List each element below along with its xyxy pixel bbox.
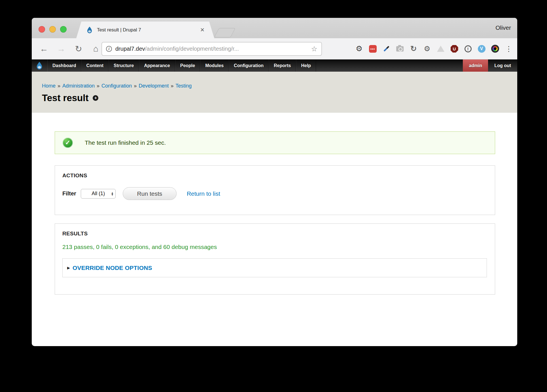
return-to-list-link[interactable]: Return to list [187, 190, 220, 197]
minimize-window-button[interactable] [49, 26, 56, 33]
results-panel: RESULTS 213 passes, 0 fails, 0 exception… [55, 223, 495, 295]
status-message: ✓ The test run finished in 25 sec. [55, 131, 495, 154]
browser-window: Test result | Drupal 7 ✕ Oliver ← → ↻ ⌂ … [32, 18, 517, 346]
browser-toolbar: ← → ↻ ⌂ i drupal7.dev/admin/config/devel… [32, 38, 517, 59]
page-content: ✓ The test run finished in 25 sec. ACTIO… [32, 113, 517, 295]
eyedropper-icon[interactable] [382, 45, 390, 53]
url-host: drupal7.dev [115, 46, 145, 52]
success-check-icon: ✓ [63, 138, 73, 148]
exclamation-circle-icon[interactable]: ! [464, 45, 472, 53]
bookmark-star-icon[interactable]: ☆ [311, 45, 317, 53]
select-arrow-down: ▾ [111, 194, 113, 196]
eyedropper-shape [383, 46, 389, 52]
page-header: Home»Administration»Configuration»Develo… [32, 72, 517, 113]
toolbar-spacer [316, 59, 463, 72]
toolbar-item-modules[interactable]: Modules [200, 59, 229, 72]
breadcrumb-separator: » [97, 83, 99, 89]
drupal-admin-toolbar: Dashboard Content Structure Appearance P… [32, 59, 517, 72]
nav-buttons: ← → ↻ ⌂ [39, 38, 101, 59]
lens-shape [491, 45, 499, 53]
url-path: /admin/config/development/testing/r... [145, 46, 239, 52]
filter-label: Filter [62, 190, 76, 197]
results-heading: RESULTS [62, 231, 487, 237]
run-tests-button[interactable]: Run tests [123, 187, 177, 200]
close-window-button[interactable] [39, 26, 45, 33]
breadcrumb-home[interactable]: Home [42, 83, 56, 89]
select-arrows-icon: ▴▾ [111, 192, 113, 196]
lens-icon[interactable] [491, 45, 499, 53]
ublock-letter: U [451, 45, 458, 53]
reload-icon[interactable]: ↻ [74, 44, 83, 54]
lastpass-dots: ••• [369, 45, 377, 53]
filter-select[interactable]: All (1) ▴▾ [81, 189, 116, 199]
breadcrumb-separator: » [134, 83, 137, 89]
tab-strip: Test result | Drupal 7 ✕ Oliver [32, 18, 517, 38]
tab-title: Test result | Drupal 7 [97, 27, 200, 33]
breadcrumb-configuration[interactable]: Configuration [101, 83, 132, 89]
home-icon[interactable]: ⌂ [91, 44, 101, 54]
breadcrumb-administration[interactable]: Administration [62, 83, 95, 89]
page-title: Test result [42, 93, 88, 103]
actions-panel: ACTIONS Filter All (1) ▴▾ Run tests Retu… [55, 165, 495, 215]
address-bar[interactable]: i drupal7.dev/admin/config/development/t… [101, 42, 322, 56]
toolbar-item-help[interactable]: Help [296, 59, 316, 72]
drupal-favicon-icon [86, 26, 93, 34]
zoom-window-button[interactable] [60, 26, 67, 33]
forward-icon: → [56, 44, 66, 54]
toolbar-item-structure[interactable]: Structure [109, 59, 139, 72]
ublock-icon[interactable]: U [450, 45, 458, 53]
back-icon[interactable]: ← [39, 44, 49, 54]
toolbar-item-dashboard[interactable]: Dashboard [47, 59, 81, 72]
filter-select-value: All (1) [85, 191, 111, 197]
traffic-lights [39, 26, 67, 33]
breadcrumb-separator: » [58, 83, 60, 89]
breadcrumb-development[interactable]: Development [139, 83, 169, 89]
override-node-options-link[interactable]: OVERRIDE NODE OPTIONS [73, 265, 152, 271]
settings-gear-icon[interactable]: ⚙ [355, 45, 363, 53]
tab-test-result[interactable]: Test result | Drupal 7 ✕ [76, 22, 214, 38]
new-tab-button[interactable] [214, 28, 236, 37]
status-message-text: The test run finished in 25 sec. [85, 139, 166, 146]
toolbar-item-appearance[interactable]: Appearance [139, 59, 175, 72]
camera-icon[interactable] [396, 45, 404, 53]
breadcrumb-testing[interactable]: Testing [175, 83, 192, 89]
add-shortcut-icon[interactable]: + [93, 95, 98, 101]
refresh-extension-icon[interactable]: ↻ [410, 45, 417, 53]
password-manager-icon[interactable]: ••• [369, 45, 377, 53]
breadcrumb: Home»Administration»Configuration»Develo… [42, 83, 507, 89]
filter-row: Filter All (1) ▴▾ Run tests Return to li… [62, 187, 487, 200]
breadcrumb-separator: » [171, 83, 173, 89]
toolbar-item-people[interactable]: People [175, 59, 200, 72]
results-summary: 213 passes, 0 fails, 0 exceptions, and 6… [62, 244, 487, 250]
toolbar-logout[interactable]: Log out [488, 59, 517, 72]
tab-close-icon[interactable]: ✕ [200, 27, 205, 33]
toolbar-item-reports[interactable]: Reports [269, 59, 296, 72]
page-info-icon[interactable]: i [106, 46, 112, 52]
extension-icons: ⚙ ••• ↻ ⚙ U ! V ⋮ [355, 38, 513, 59]
browser-menu-icon[interactable]: ⋮ [505, 45, 513, 53]
collapse-arrow-icon: ▶ [67, 266, 70, 270]
camera-shape [396, 46, 404, 52]
toolbar-item-content[interactable]: Content [81, 59, 109, 72]
drupal-logo-icon [35, 61, 44, 70]
actions-heading: ACTIONS [62, 172, 487, 179]
vimium-letter: V [478, 45, 485, 53]
toolbar-item-configuration[interactable]: Configuration [229, 59, 269, 72]
toolbar-user-admin[interactable]: admin [463, 59, 488, 72]
drive-triangle-icon[interactable] [437, 45, 445, 53]
override-node-options-fieldset[interactable]: ▶ OVERRIDE NODE OPTIONS [62, 258, 487, 277]
spiky-gear-icon[interactable]: ⚙ [423, 45, 431, 53]
drive-shape [437, 46, 444, 52]
bang-letter: ! [465, 45, 472, 52]
vimium-icon[interactable]: V [478, 45, 485, 53]
profile-name[interactable]: Oliver [495, 24, 511, 31]
